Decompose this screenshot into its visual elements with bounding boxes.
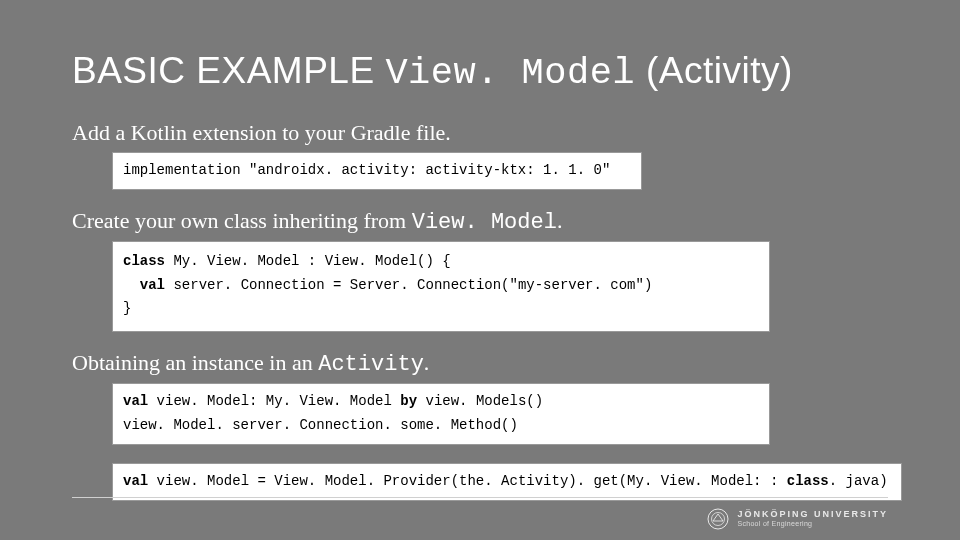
- kw-val-3: val: [123, 473, 148, 489]
- svg-point-0: [708, 509, 728, 529]
- step2-pre: Create your own class inheriting from: [72, 208, 412, 233]
- kw-val-2: val: [123, 393, 148, 409]
- step-2-text: Create your own class inheriting from Vi…: [72, 208, 890, 235]
- kw-val-1: val: [140, 277, 165, 293]
- step-1-text: Add a Kotlin extension to your Gradle fi…: [72, 120, 890, 146]
- code-l2-rest: server. Connection = Server. Connection(…: [165, 277, 652, 293]
- code-obtain-mid1: view. Model: My. View. Model: [148, 393, 400, 409]
- code-l1-rest: My. View. Model : View. Model() {: [165, 253, 451, 269]
- title-pre: BASIC EXAMPLE: [72, 50, 385, 91]
- slide-title: BASIC EXAMPLE View. Model (Activity): [72, 50, 890, 94]
- step2-post: .: [557, 208, 563, 233]
- kw-class: class: [123, 253, 165, 269]
- step3-post: .: [424, 350, 430, 375]
- code-provider-rest: . java): [829, 473, 888, 489]
- footer-logo: JÖNKÖPING UNIVERSITY School of Engineeri…: [707, 508, 888, 530]
- code-indent: [123, 277, 140, 293]
- code-block-obtain-instance: val view. Model: My. View. Model by view…: [112, 383, 770, 445]
- code-block-viewmodel-class: class My. View. Model : View. Model() { …: [112, 241, 770, 332]
- footer-university-name: JÖNKÖPING UNIVERSITY: [737, 510, 888, 520]
- code-block-provider: val view. Model = View. Model. Provider(…: [112, 463, 902, 501]
- university-seal-icon: [707, 508, 729, 530]
- kw-by: by: [400, 393, 417, 409]
- step3-mono: Activity: [318, 352, 424, 377]
- step-3-text: Obtaining an instance in an Activity.: [72, 350, 890, 377]
- code-obtain-line2: view. Model. server. Connection. some. M…: [123, 417, 518, 433]
- code-obtain-rest1: view. Models(): [417, 393, 543, 409]
- kw-class-2: class: [787, 473, 829, 489]
- code-l3: }: [123, 300, 131, 316]
- step3-pre: Obtaining an instance in an: [72, 350, 318, 375]
- code-gradle-line: implementation "androidx. activity: acti…: [123, 162, 610, 178]
- title-mono: View. Model: [385, 52, 635, 94]
- step2-mono: View. Model: [412, 210, 557, 235]
- code-block-gradle: implementation "androidx. activity: acti…: [112, 152, 642, 190]
- footer-rule: [72, 497, 888, 498]
- code-provider-mid: view. Model = View. Model. Provider(the.…: [148, 473, 787, 489]
- title-post: (Activity): [635, 50, 793, 91]
- footer-school-name: School of Engineering: [737, 520, 888, 528]
